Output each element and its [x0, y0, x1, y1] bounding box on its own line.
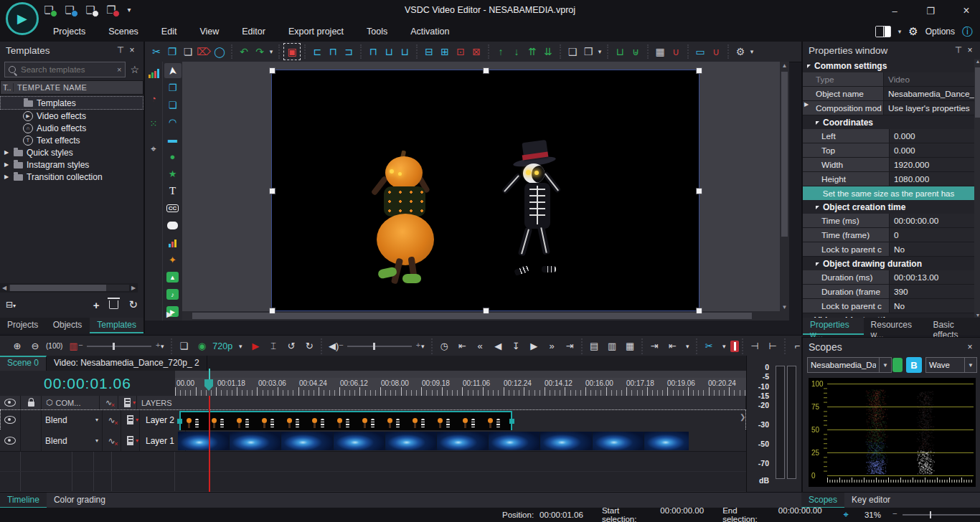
tab-resources-w-[interactable]: Resources w...: [864, 318, 926, 335]
tab-objects-[interactable]: Objects ...: [46, 318, 90, 333]
scope-mode-select[interactable]: Wave ▼: [925, 357, 977, 373]
selection-handle[interactable]: [483, 67, 489, 74]
redo-icon[interactable]: ↷: [252, 44, 268, 60]
tab-basic-effects[interactable]: Basic effects: [925, 318, 980, 335]
fade-in-icon[interactable]: ▤: [585, 338, 603, 354]
delete-template-icon[interactable]: [109, 300, 118, 309]
blend-mode-select[interactable]: Blend: [45, 415, 67, 425]
motion-tracking-tool[interactable]: ◔: [145, 91, 162, 106]
tree-item-transition-collection[interactable]: ▶Transition collection: [0, 171, 143, 183]
property-value[interactable]: 0: [890, 228, 974, 242]
ellipse-tool[interactable]: ●: [164, 149, 182, 164]
align-right-icon[interactable]: ⊐: [341, 44, 357, 60]
loop-selection-icon[interactable]: ↻: [301, 338, 318, 354]
layer-name[interactable]: Layer 1: [140, 436, 174, 446]
templates-hscrollbar[interactable]: ◀▶: [0, 283, 138, 293]
layer-name[interactable]: Layer 2: [140, 415, 174, 425]
zoom-slider-knob[interactable]: [930, 511, 932, 518]
tab-key-editor[interactable]: Key editor: [844, 493, 897, 508]
tree-item-quick-styles[interactable]: ▶Quick styles: [0, 146, 143, 158]
fade-out-icon[interactable]: ▥: [603, 338, 621, 354]
property-value[interactable]: 00:00:13.00: [890, 270, 974, 284]
ungroup-objects-icon[interactable]: ❒: [580, 44, 596, 60]
preview-play-icon[interactable]: ▶: [247, 338, 264, 354]
add-audio-tool[interactable]: ♪: [164, 287, 182, 302]
close-button[interactable]: ×: [958, 4, 974, 17]
show-grid-icon[interactable]: ▦: [652, 44, 668, 60]
pin-icon[interactable]: ⊤: [953, 45, 964, 55]
bring-to-front-icon[interactable]: ⇈: [524, 44, 540, 60]
snap-to-center-icon[interactable]: ⊎: [628, 44, 644, 60]
lock-column-icon[interactable]: [28, 402, 34, 407]
previous-frame-icon[interactable]: ◀: [489, 338, 507, 354]
rectangle-tool[interactable]: ▬: [164, 132, 182, 147]
align-middle-vertical-icon[interactable]: ⊔: [381, 44, 397, 60]
loop-playback-icon[interactable]: ↺: [283, 338, 300, 354]
expand-arrow-icon[interactable]: ▶: [4, 174, 10, 180]
layer-thumbs-icon[interactable]: [127, 436, 133, 445]
menu-editor[interactable]: Editor: [232, 24, 275, 39]
chart-tool[interactable]: [164, 235, 182, 250]
align-top-icon[interactable]: ⊓: [365, 44, 381, 60]
scene-settings-icon[interactable]: ⚙: [732, 44, 748, 60]
layer-audio-icon[interactable]: ∿: [108, 415, 115, 425]
tools-expander-icon[interactable]: ▶: [166, 310, 172, 319]
preview-bounds-icon[interactable]: ⌶: [265, 338, 282, 354]
playbar-slider[interactable]: −+: [87, 346, 151, 347]
cutting-splitting-icon[interactable]: ✂: [700, 338, 717, 354]
section-coordinates[interactable]: Coordinates: [803, 115, 974, 129]
star-shape-tool[interactable]: ★: [164, 166, 182, 181]
cut-icon[interactable]: ✂: [149, 44, 164, 60]
fit-to-scene-icon[interactable]: ⊡: [453, 44, 468, 60]
panel-close-icon[interactable]: ×: [964, 342, 976, 352]
layer-audio-icon[interactable]: ∿: [108, 436, 115, 446]
add-object-tool[interactable]: ❐: [164, 80, 182, 95]
property-value[interactable]: Nesabamedia_Dance_: [884, 87, 974, 100]
add-image-tool[interactable]: ▲: [164, 270, 182, 285]
position-tool[interactable]: ⌖: [145, 141, 162, 156]
undo-icon[interactable]: ↶: [236, 44, 252, 60]
subtitles-tool[interactable]: CC: [164, 201, 182, 216]
layout-caret-icon[interactable]: ▾: [898, 28, 902, 35]
set-selection-start-icon[interactable]: ⊣: [746, 338, 763, 354]
tab-projects-[interactable]: Projects ...: [0, 318, 46, 333]
tab-color-grading[interactable]: Color grading: [47, 493, 113, 508]
property-value[interactable]: 1920.000: [890, 158, 974, 171]
section-object-drawing-duration[interactable]: Object drawing duration: [803, 257, 974, 270]
tab-properties-w-[interactable]: Properties w...: [803, 318, 864, 335]
expand-arrow-icon[interactable]: ▶: [4, 161, 10, 168]
section-object-creation-time[interactable]: Object creation time: [803, 200, 974, 214]
property-value[interactable]: 390: [890, 285, 974, 298]
ellipse-select-icon[interactable]: ◯: [212, 44, 227, 60]
maximize-button[interactable]: ❐: [923, 6, 938, 16]
scene-settings-options-icon[interactable]: ▾: [748, 44, 755, 60]
property-value[interactable]: No: [890, 242, 974, 256]
snap-to-edges-icon[interactable]: ⊔: [612, 44, 628, 60]
menu-tools[interactable]: Tools: [357, 24, 397, 39]
layer-visibility-icon[interactable]: [4, 437, 16, 445]
fast-rewind-icon[interactable]: «: [471, 338, 489, 354]
text-tool[interactable]: T: [164, 184, 182, 199]
selection-handle[interactable]: [269, 308, 275, 314]
set-same-size-button[interactable]: Set the same size as the parent has: [803, 186, 974, 200]
menu-activation[interactable]: Activation: [400, 24, 459, 39]
pointer-tool[interactable]: ➤: [164, 63, 182, 78]
favorites-icon[interactable]: ☆: [130, 64, 139, 75]
timeline-zoom-out-icon[interactable]: ⊖: [27, 338, 44, 354]
curve-points-tool[interactable]: ⁙: [145, 116, 162, 131]
next-frame-icon[interactable]: ▶: [525, 338, 542, 354]
playhead-line[interactable]: [209, 396, 210, 492]
scene-layout-icon[interactable]: ❏: [175, 338, 192, 354]
property-value[interactable]: 0.000: [890, 143, 974, 157]
timeline-expander-icon[interactable]: ❯: [740, 413, 745, 421]
object-bounds-icon[interactable]: ▭: [692, 44, 708, 60]
scope-source-select[interactable]: Nesabamedia_Da ▼: [807, 357, 892, 373]
layout-switch-icon[interactable]: [875, 26, 891, 37]
set-selection-end-icon[interactable]: ⊢: [764, 338, 781, 354]
property-value[interactable]: 00:00:00.00: [890, 214, 974, 227]
add-template-icon[interactable]: +: [93, 299, 100, 311]
delete-icon[interactable]: ⌦: [196, 44, 212, 60]
resolution-select[interactable]: 720p: [211, 338, 234, 354]
scale-to-scene-icon[interactable]: ⊠: [468, 44, 484, 60]
playbar-slider[interactable]: −+: [347, 346, 412, 347]
